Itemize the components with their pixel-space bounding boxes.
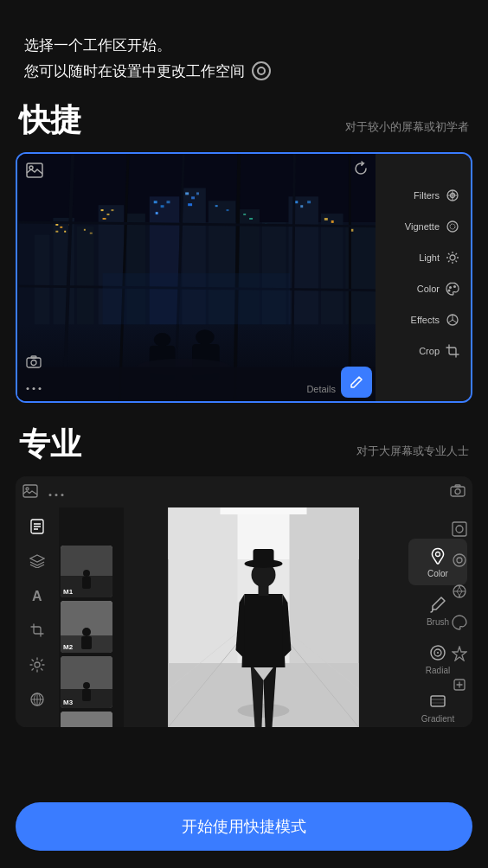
quick-subtitle: 对于较小的屏幕或初学者 [345, 119, 469, 135]
sidebar-settings-icon[interactable] [25, 653, 49, 677]
pro-card[interactable]: A [16, 476, 472, 727]
svg-rect-128 [221, 507, 307, 514]
svg-point-93 [455, 489, 460, 495]
pro-extra-icon-5[interactable] [452, 646, 467, 665]
svg-point-55 [154, 333, 171, 347]
svg-point-100 [35, 662, 40, 667]
bottom-cta: 开始使用快捷模式 [0, 792, 488, 868]
pro-title: 专业 [19, 424, 81, 466]
tool-color[interactable]: Color [382, 275, 464, 303]
pro-extra-icon-3[interactable] [452, 584, 467, 603]
pro-camera-icon[interactable] [450, 484, 466, 500]
quick-card[interactable]: Details Filters [16, 152, 472, 403]
film-thumb-3-label: M3 [63, 699, 73, 706]
pro-extra-icon-2[interactable] [452, 552, 467, 571]
svg-point-89 [49, 494, 52, 496]
svg-rect-37 [307, 201, 311, 203]
svg-point-83 [449, 286, 452, 289]
svg-point-72 [447, 221, 458, 232]
film-thumb-4[interactable]: M4 [61, 712, 112, 727]
pro-gradient-label: Gradient [421, 714, 454, 724]
edit-button[interactable] [341, 367, 372, 398]
pro-color-label: Color [427, 569, 448, 578]
svg-rect-39 [331, 220, 334, 223]
svg-rect-36 [300, 205, 303, 207]
page-wrapper: 选择一个工作区开始。 您可以随时在设置中更改工作空间 快捷 对于较小的屏幕或初学… [0, 0, 488, 868]
pro-gradient-icon [427, 691, 448, 712]
pro-subtitle: 对于大屏幕或专业人士 [356, 444, 469, 459]
settings-icon[interactable] [252, 61, 271, 80]
svg-line-80 [456, 261, 458, 263]
svg-point-91 [61, 494, 64, 496]
film-thumb-2[interactable]: M2 [61, 601, 112, 653]
sidebar-grid-icon[interactable] [25, 687, 49, 712]
tool-light[interactable]: Light [382, 244, 464, 271]
quick-tools-panel: Filters Vignette [376, 154, 471, 401]
quick-card-inner: Details Filters [17, 154, 471, 401]
svg-rect-21 [107, 214, 110, 215]
refresh-icon[interactable] [353, 161, 369, 180]
quick-section-header: 快捷 对于较小的屏幕或初学者 [16, 99, 472, 142]
header-line2: 您可以随时在设置中更改工作空间 [24, 61, 464, 83]
pro-section: 专业 对于大屏幕或专业人士 [0, 424, 488, 748]
sidebar-text-icon[interactable]: A [25, 584, 49, 608]
crop-icon [445, 343, 460, 359]
svg-rect-146 [453, 522, 466, 536]
color-icon [445, 281, 460, 297]
pro-more-icon[interactable] [48, 485, 64, 500]
svg-rect-115 [61, 712, 112, 727]
film-thumb-3[interactable]: M3 [61, 656, 112, 708]
svg-rect-41 [90, 233, 93, 234]
svg-rect-94 [455, 485, 460, 487]
svg-point-148 [453, 554, 466, 566]
svg-rect-26 [156, 212, 158, 214]
svg-line-81 [456, 253, 458, 255]
cta-button[interactable]: 开始使用快捷模式 [16, 802, 472, 851]
svg-rect-28 [185, 192, 189, 195]
sidebar-layers-icon[interactable] [25, 549, 49, 573]
more-icon[interactable] [26, 379, 42, 394]
tool-vignette[interactable]: Vignette [382, 213, 464, 240]
pro-radial-icon [427, 642, 448, 663]
svg-rect-33 [249, 218, 253, 220]
pro-extra-icon-6[interactable] [452, 677, 467, 696]
pro-image-icon [22, 484, 38, 501]
quick-section: 快捷 对于较小的屏幕或初学者 [0, 99, 488, 424]
svg-point-74 [450, 255, 455, 260]
tool-crop[interactable]: Crop [382, 337, 464, 365]
svg-rect-143 [431, 696, 445, 706]
svg-rect-61 [103, 273, 291, 324]
quick-title: 快捷 [19, 99, 81, 142]
svg-point-69 [39, 387, 42, 390]
header-line1: 选择一个工作区开始。 [24, 35, 464, 57]
card-bottom-icons [26, 355, 42, 394]
svg-rect-40 [84, 229, 86, 231]
pro-extra-icon-1[interactable] [452, 521, 467, 540]
film-thumb-2-label: M2 [63, 643, 73, 651]
header-section: 选择一个工作区开始。 您可以随时在设置中更改工作空间 [0, 0, 488, 99]
sidebar-crop-icon[interactable] [25, 618, 49, 642]
filters-icon [445, 188, 460, 203]
svg-point-57 [196, 329, 215, 345]
pro-brush-label: Brush [427, 617, 449, 627]
tool-effects[interactable]: Effects [382, 306, 464, 334]
svg-point-73 [450, 224, 455, 229]
svg-rect-38 [324, 218, 328, 220]
effects-icon [445, 312, 460, 328]
vignette-icon [445, 219, 460, 234]
camera-icon[interactable] [26, 355, 42, 372]
svg-point-139 [436, 552, 440, 557]
image-icon [26, 163, 43, 182]
film-strip: M1 M2 [59, 507, 124, 727]
sidebar-cursor-icon[interactable] [25, 514, 49, 539]
tool-filters[interactable]: Filters [382, 182, 464, 209]
svg-rect-92 [451, 487, 465, 496]
svg-point-142 [437, 652, 439, 654]
svg-rect-87 [23, 485, 37, 497]
pro-brush-icon [427, 594, 448, 615]
film-thumb-1-label: M1 [63, 588, 73, 596]
svg-rect-64 [27, 358, 41, 367]
pro-extra-icon-4[interactable] [452, 615, 467, 634]
svg-rect-31 [196, 192, 199, 195]
film-thumb-1[interactable]: M1 [61, 546, 112, 597]
